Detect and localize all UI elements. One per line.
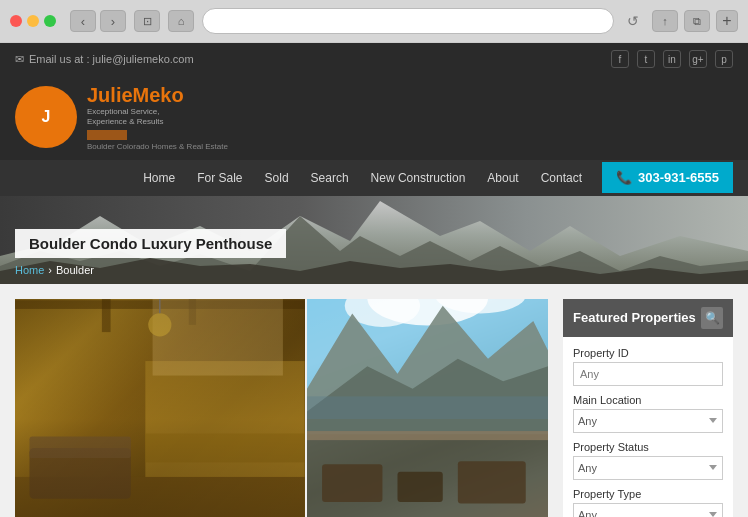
property-id-input[interactable] <box>573 362 723 386</box>
main-location-select[interactable]: Any <box>573 409 723 433</box>
close-button[interactable] <box>10 15 22 27</box>
property-type-label: Property Type <box>573 488 723 500</box>
traffic-lights <box>10 15 56 27</box>
nav-bar: Home For Sale Sold Search New Constructi… <box>0 160 748 196</box>
breadcrumb-current: Boulder <box>56 264 94 276</box>
linkedin-link[interactable]: in <box>663 50 681 68</box>
logo-text: JulieMeko Exceptional Service, Experienc… <box>87 83 228 152</box>
logo-tagline-line2: Experience & Results <box>87 117 228 127</box>
svg-rect-27 <box>457 461 525 503</box>
property-status-select[interactable]: Any <box>573 456 723 480</box>
breadcrumb-home[interactable]: Home <box>15 264 44 276</box>
logo-first: Julie <box>87 84 133 106</box>
home-button[interactable]: ⌂ <box>168 10 194 32</box>
hero-section: Boulder Condo Luxury Penthouse Home › Bo… <box>0 196 748 284</box>
logo-tagline-line1: Exceptional Service, <box>87 107 228 117</box>
interior-overlay <box>15 299 305 517</box>
nav-new-construction[interactable]: New Construction <box>361 163 476 193</box>
logo-circle: J <box>15 86 77 148</box>
email-text: Email us at : julie@juliemeko.com <box>29 53 194 65</box>
filter-section: Property ID Main Location Any Property S… <box>563 337 733 517</box>
main-content: Featured Properties 🔍 Property ID Main L… <box>0 284 748 517</box>
nav-buttons: ‹ › <box>70 10 126 32</box>
email-icon: ✉ <box>15 53 24 66</box>
back-button[interactable]: ‹ <box>70 10 96 32</box>
phone-button[interactable]: 📞 303-931-6555 <box>602 162 733 193</box>
property-id-label: Property ID <box>573 347 723 359</box>
breadcrumb-separator: › <box>48 264 52 276</box>
website: ✉ Email us at : julie@juliemeko.com f t … <box>0 43 748 517</box>
sidebar: Featured Properties 🔍 Property ID Main L… <box>563 299 733 517</box>
exterior-photo <box>307 299 548 517</box>
tab-view-button[interactable]: ⊡ <box>134 10 160 32</box>
google-link[interactable]: g+ <box>689 50 707 68</box>
svg-rect-25 <box>322 464 382 502</box>
titlebar: ‹ › ⊡ ⌂ ↺ ↑ ⧉ + <box>0 0 748 42</box>
hero-content: Boulder Condo Luxury Penthouse Home › Bo… <box>0 223 301 284</box>
search-button[interactable]: 🔍 <box>701 307 723 329</box>
svg-rect-28 <box>307 396 548 419</box>
featured-header: Featured Properties 🔍 <box>563 299 733 337</box>
logo-name: JulieMeko <box>87 83 228 107</box>
nav-home[interactable]: Home <box>133 163 185 193</box>
contact-info: ✉ Email us at : julie@juliemeko.com <box>15 53 194 66</box>
logo-last: Meko <box>133 84 184 106</box>
logo-sub: Boulder Colorado Homes & Real Estate <box>87 142 228 152</box>
site-header: J JulieMeko Exceptional Service, Experie… <box>0 75 748 160</box>
logo-initial: J <box>42 108 51 126</box>
social-links: f t in g+ p <box>611 50 733 68</box>
svg-rect-26 <box>397 472 442 502</box>
facebook-link[interactable]: f <box>611 50 629 68</box>
featured-title: Featured Properties <box>573 310 696 325</box>
share-button[interactable]: ↑ <box>652 10 678 32</box>
windows-button[interactable]: ⧉ <box>684 10 710 32</box>
page-title: Boulder Condo Luxury Penthouse <box>15 229 286 258</box>
breadcrumb: Home › Boulder <box>15 262 286 278</box>
twitter-link[interactable]: t <box>637 50 655 68</box>
reload-button[interactable]: ↺ <box>622 10 644 32</box>
property-status-label: Property Status <box>573 441 723 453</box>
new-tab-button[interactable]: + <box>716 10 738 32</box>
phone-icon: 📞 <box>616 170 632 185</box>
exterior-svg <box>307 299 548 517</box>
nav-sold[interactable]: Sold <box>255 163 299 193</box>
property-type-select[interactable]: Any <box>573 503 723 517</box>
property-images <box>15 299 548 517</box>
forward-button[interactable]: › <box>100 10 126 32</box>
address-bar[interactable] <box>202 8 614 34</box>
logo-area: J JulieMeko Exceptional Service, Experie… <box>15 83 228 152</box>
minimize-button[interactable] <box>27 15 39 27</box>
pinterest-link[interactable]: p <box>715 50 733 68</box>
nav-contact[interactable]: Contact <box>531 163 592 193</box>
nav-about[interactable]: About <box>477 163 528 193</box>
main-location-label: Main Location <box>573 394 723 406</box>
svg-rect-24 <box>307 431 548 440</box>
interior-photo <box>15 299 305 517</box>
top-bar: ✉ Email us at : julie@juliemeko.com f t … <box>0 43 748 75</box>
phone-number: 303-931-6555 <box>638 170 719 185</box>
property-image-area <box>15 299 548 517</box>
nav-search[interactable]: Search <box>301 163 359 193</box>
nav-for-sale[interactable]: For Sale <box>187 163 252 193</box>
browser-chrome: ‹ › ⊡ ⌂ ↺ ↑ ⧉ + <box>0 0 748 43</box>
maximize-button[interactable] <box>44 15 56 27</box>
right-buttons: ↑ ⧉ + <box>652 10 738 32</box>
